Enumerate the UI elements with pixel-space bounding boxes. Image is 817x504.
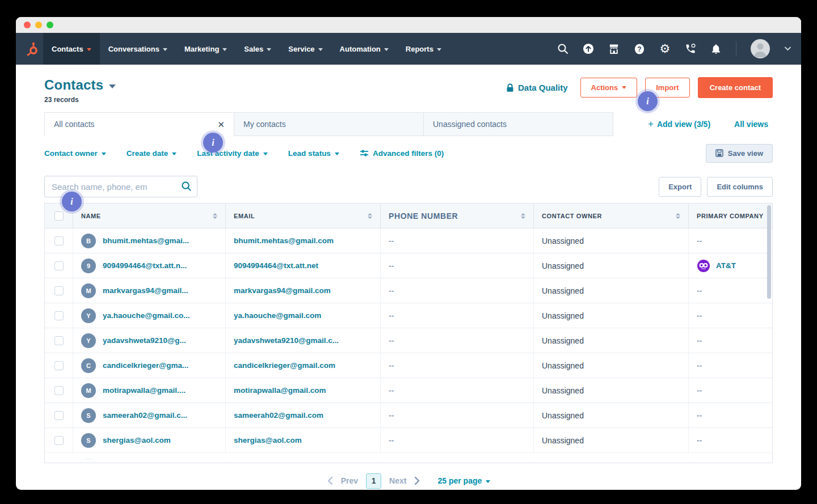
notifications-bell-icon[interactable]: [710, 43, 722, 54]
table-row[interactable]: Y ya.haouche@gmail.co... ya.haouche@gmai…: [45, 303, 772, 328]
sort-icon[interactable]: [363, 213, 372, 219]
user-avatar[interactable]: [751, 39, 770, 58]
nav-item-contacts[interactable]: Contacts: [43, 33, 100, 65]
row-checkbox[interactable]: [54, 411, 64, 420]
all-views-link[interactable]: All views: [734, 120, 768, 129]
marketplace-icon[interactable]: [608, 43, 620, 54]
table-row[interactable]: 9 9094994464@txt.att.n... 9094994464@txt…: [45, 253, 772, 278]
prev-button[interactable]: Prev: [341, 476, 358, 485]
filter-lead-status[interactable]: Lead status: [288, 149, 339, 158]
page-title-dropdown[interactable]: Contacts: [44, 77, 116, 93]
table-row[interactable]: S shergias@aol.com shergias@aol.com -- U…: [45, 428, 772, 453]
row-checkbox[interactable]: [54, 361, 64, 370]
minimize-window-button[interactable]: [35, 22, 42, 28]
nav-item-marketing[interactable]: Marketing: [176, 33, 235, 65]
company-value[interactable]: --: [697, 311, 702, 320]
contact-name-link[interactable]: sameerah02@gmail.c...: [103, 411, 187, 420]
table-row[interactable]: Y yadavshweta9210@g... yadavshweta9210@g…: [45, 328, 772, 353]
vertical-scrollbar[interactable]: [767, 205, 771, 299]
advanced-filters-link[interactable]: Advanced filters (0): [360, 149, 444, 158]
row-checkbox[interactable]: [54, 461, 64, 463]
nav-item-service[interactable]: Service: [280, 33, 331, 65]
row-checkbox[interactable]: [54, 336, 64, 345]
create-contact-button[interactable]: Create contact: [698, 77, 773, 98]
close-icon[interactable]: ✕: [217, 120, 225, 129]
column-header-owner[interactable]: CONTACT OWNER: [534, 204, 689, 228]
account-chevron-down-icon[interactable]: [784, 43, 791, 54]
contact-email-link[interactable]: motirapwalla@gmail.com: [234, 386, 326, 395]
next-button[interactable]: Next: [389, 476, 406, 485]
contact-name-link[interactable]: motirapwalla@gmail....: [103, 386, 186, 395]
contact-name-link[interactable]: yadavshweta9210@g...: [103, 336, 186, 345]
search-icon[interactable]: [557, 43, 568, 54]
table-row[interactable]: M markvargas94@gmail... markvargas94@gma…: [45, 278, 772, 303]
contact-email-link[interactable]: sameerah02@gmail.com: [234, 411, 323, 420]
column-header-email[interactable]: EMAIL: [226, 204, 381, 228]
info-badge-import[interactable]: i: [638, 91, 658, 111]
table-row[interactable]: C candicelkrieger@gma... candicelkrieger…: [45, 353, 772, 378]
sort-icon[interactable]: [516, 213, 525, 219]
filter-create-date[interactable]: Create date: [127, 149, 177, 158]
company-value[interactable]: --: [697, 436, 702, 445]
nav-item-reports[interactable]: Reports: [397, 33, 450, 65]
column-header-name[interactable]: NAME: [73, 204, 226, 228]
company-value[interactable]: --: [697, 336, 702, 345]
company-value[interactable]: --: [697, 361, 702, 370]
next-chevron-icon[interactable]: [414, 476, 420, 485]
tab-my-contacts[interactable]: My contacts: [234, 112, 424, 136]
filter-contact-owner[interactable]: Contact owner: [44, 149, 106, 158]
add-view-link[interactable]: + Add view (3/5): [648, 118, 710, 130]
contact-email-link[interactable]: markvargas94@gmail.com: [234, 286, 331, 295]
column-header-phone[interactable]: PHONE NUMBER: [381, 204, 534, 228]
row-checkbox[interactable]: [54, 386, 64, 395]
table-row[interactable]: M motirapwalla@gmail.... motirapwalla@gm…: [45, 378, 772, 403]
contact-email-link[interactable]: 9094994464@txt.att.net: [234, 261, 318, 270]
contact-email-link[interactable]: shergias@aol.com: [234, 436, 302, 444]
close-window-button[interactable]: [24, 22, 31, 28]
column-header-company[interactable]: PRIMARY COMPANY: [689, 204, 772, 228]
company-value[interactable]: --: [697, 411, 702, 420]
contact-name-link[interactable]: bhumit.mehtas@gmai...: [103, 236, 189, 245]
hubspot-logo-icon[interactable]: [22, 33, 43, 65]
upgrade-icon[interactable]: [583, 43, 594, 54]
contact-name-link[interactable]: ya.haouche@gmail.co...: [103, 311, 189, 320]
tab-all-contacts[interactable]: All contacts ✕: [44, 112, 234, 136]
per-page-dropdown[interactable]: 25 per page: [437, 476, 490, 485]
export-button[interactable]: Export: [659, 177, 701, 197]
contact-name-link[interactable]: markvargas94@gmail...: [103, 286, 188, 295]
edit-columns-button[interactable]: Edit columns: [707, 177, 773, 197]
contact-email-link[interactable]: candicelkrieger@gmail.com: [234, 361, 335, 370]
row-checkbox[interactable]: [54, 436, 64, 445]
current-page-button[interactable]: 1: [366, 473, 381, 489]
save-view-button[interactable]: Save view: [706, 144, 773, 163]
company-value[interactable]: --: [697, 386, 702, 395]
sort-icon[interactable]: [208, 213, 217, 219]
zoom-window-button[interactable]: [47, 22, 53, 28]
company-value[interactable]: --: [697, 236, 702, 245]
table-row[interactable]: B bhumit.mehtas@gmai... bhumit.mehtas@gm…: [45, 228, 772, 253]
contact-name-link[interactable]: shergias@aol.com: [103, 436, 171, 444]
info-badge-create-date[interactable]: i: [203, 133, 223, 153]
nav-item-automation[interactable]: Automation: [331, 33, 397, 65]
info-badge-search[interactable]: i: [62, 192, 82, 211]
sort-icon[interactable]: [671, 213, 680, 219]
contact-email-link[interactable]: yadavshweta9210@gmail.c...: [234, 336, 339, 345]
contact-name-link[interactable]: candicelkrieger@gma...: [103, 361, 188, 370]
contact-email-link[interactable]: bhumit.mehtas@gmail.com: [234, 236, 334, 245]
nav-item-sales[interactable]: Sales: [235, 33, 280, 65]
calling-icon[interactable]: [685, 43, 696, 54]
row-checkbox[interactable]: [54, 261, 64, 270]
tab-unassigned-contacts[interactable]: Unassigned contacts: [423, 112, 613, 136]
settings-gear-icon[interactable]: ⚙: [659, 43, 671, 54]
contact-email-link[interactable]: ya.haouche@gmail.com: [234, 311, 321, 320]
row-checkbox[interactable]: [54, 236, 64, 245]
actions-button[interactable]: Actions: [580, 78, 638, 98]
company-value[interactable]: --: [697, 286, 702, 295]
nav-item-conversations[interactable]: Conversations: [100, 33, 176, 65]
company-value[interactable]: AT&T: [716, 261, 736, 270]
data-quality-link[interactable]: Data Quality: [506, 83, 568, 92]
prev-chevron-icon[interactable]: [327, 476, 333, 485]
search-icon[interactable]: [181, 181, 192, 194]
help-icon[interactable]: ?: [634, 43, 645, 54]
row-checkbox[interactable]: [54, 286, 64, 295]
